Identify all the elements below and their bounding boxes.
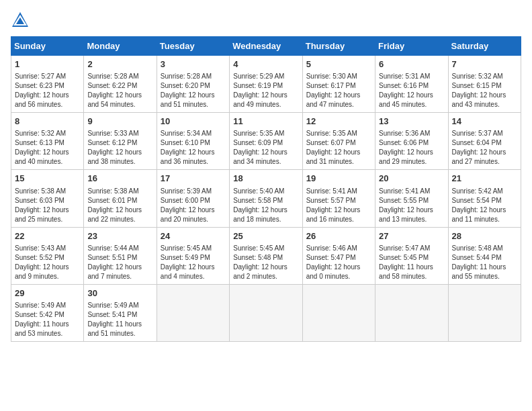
- calendar-day-cell: 24Sunrise: 5:45 AMSunset: 5:49 PMDayligh…: [157, 227, 229, 284]
- day-info: Sunrise: 5:48 AMSunset: 5:44 PMDaylight:…: [452, 244, 506, 280]
- day-info: Sunrise: 5:32 AMSunset: 6:15 PMDaylight:…: [452, 73, 506, 108]
- calendar-day-cell: 17Sunrise: 5:39 AMSunset: 6:00 PMDayligh…: [157, 170, 229, 227]
- calendar-day-cell: 28Sunrise: 5:48 AMSunset: 5:44 PMDayligh…: [448, 227, 521, 284]
- day-number: 25: [233, 230, 298, 242]
- day-info: Sunrise: 5:45 AMSunset: 5:49 PMDaylight:…: [161, 244, 215, 280]
- day-number: 29: [15, 287, 80, 300]
- calendar-day-cell: 10Sunrise: 5:34 AMSunset: 6:10 PMDayligh…: [157, 113, 229, 170]
- day-number: 13: [379, 116, 444, 128]
- calendar-day-cell: [375, 284, 448, 341]
- calendar-day-cell: 20Sunrise: 5:41 AMSunset: 5:55 PMDayligh…: [375, 170, 448, 227]
- calendar-day-cell: 11Sunrise: 5:35 AMSunset: 6:09 PMDayligh…: [230, 113, 302, 170]
- day-number: 2: [87, 58, 152, 71]
- calendar-day-cell: 2Sunrise: 5:28 AMSunset: 6:22 PMDaylight…: [84, 56, 157, 113]
- calendar-week-row: 15Sunrise: 5:38 AMSunset: 6:03 PMDayligh…: [11, 170, 521, 227]
- day-number: 3: [161, 58, 226, 71]
- calendar-day-cell: [448, 284, 521, 341]
- calendar-week-row: 22Sunrise: 5:43 AMSunset: 5:52 PMDayligh…: [11, 227, 521, 284]
- calendar-day-cell: 7Sunrise: 5:32 AMSunset: 6:15 PMDaylight…: [448, 56, 521, 113]
- calendar-day-cell: 30Sunrise: 5:49 AMSunset: 5:41 PMDayligh…: [84, 284, 157, 341]
- day-number: 24: [161, 230, 226, 242]
- day-number: 6: [379, 58, 444, 71]
- column-header-saturday: Saturday: [448, 37, 521, 56]
- day-info: Sunrise: 5:28 AMSunset: 6:22 PMDaylight:…: [87, 73, 142, 108]
- day-number: 17: [161, 173, 226, 185]
- calendar-day-cell: 16Sunrise: 5:38 AMSunset: 6:01 PMDayligh…: [84, 170, 157, 227]
- calendar-day-cell: 27Sunrise: 5:47 AMSunset: 5:45 PMDayligh…: [375, 227, 448, 284]
- day-info: Sunrise: 5:28 AMSunset: 6:20 PMDaylight:…: [161, 73, 215, 108]
- day-info: Sunrise: 5:27 AMSunset: 6:23 PMDaylight:…: [15, 73, 69, 108]
- day-info: Sunrise: 5:31 AMSunset: 6:16 PMDaylight:…: [379, 73, 433, 108]
- day-info: Sunrise: 5:46 AMSunset: 5:47 PMDaylight:…: [306, 244, 361, 280]
- column-header-sunday: Sunday: [11, 37, 84, 56]
- calendar-day-cell: [230, 284, 302, 341]
- day-info: Sunrise: 5:38 AMSunset: 6:03 PMDaylight:…: [15, 187, 69, 223]
- calendar-day-cell: [157, 284, 229, 341]
- day-info: Sunrise: 5:45 AMSunset: 5:48 PMDaylight:…: [233, 244, 287, 280]
- calendar-day-cell: 3Sunrise: 5:28 AMSunset: 6:20 PMDaylight…: [157, 56, 229, 113]
- day-info: Sunrise: 5:32 AMSunset: 6:13 PMDaylight:…: [15, 130, 69, 165]
- logo: [11, 11, 32, 30]
- day-number: 7: [452, 58, 517, 71]
- day-number: 16: [87, 173, 152, 185]
- day-info: Sunrise: 5:42 AMSunset: 5:54 PMDaylight:…: [452, 187, 506, 223]
- calendar-table: SundayMondayTuesdayWednesdayThursdayFrid…: [11, 36, 521, 342]
- day-info: Sunrise: 5:37 AMSunset: 6:04 PMDaylight:…: [452, 130, 506, 165]
- calendar-day-cell: 15Sunrise: 5:38 AMSunset: 6:03 PMDayligh…: [11, 170, 84, 227]
- day-number: 22: [15, 230, 80, 242]
- day-info: Sunrise: 5:29 AMSunset: 6:19 PMDaylight:…: [233, 73, 287, 108]
- calendar-day-cell: 5Sunrise: 5:30 AMSunset: 6:17 PMDaylight…: [302, 56, 375, 113]
- page-header: [11, 11, 521, 30]
- day-number: 27: [379, 230, 444, 242]
- day-info: Sunrise: 5:47 AMSunset: 5:45 PMDaylight:…: [379, 244, 433, 280]
- day-info: Sunrise: 5:49 AMSunset: 5:42 PMDaylight:…: [15, 302, 69, 337]
- day-number: 1: [15, 58, 80, 71]
- calendar-day-cell: 25Sunrise: 5:45 AMSunset: 5:48 PMDayligh…: [230, 227, 302, 284]
- day-number: 8: [15, 116, 80, 128]
- day-number: 9: [87, 116, 152, 128]
- day-number: 21: [452, 173, 517, 185]
- day-info: Sunrise: 5:41 AMSunset: 5:55 PMDaylight:…: [379, 187, 433, 223]
- calendar-week-row: 1Sunrise: 5:27 AMSunset: 6:23 PMDaylight…: [11, 56, 521, 113]
- column-header-tuesday: Tuesday: [157, 37, 229, 56]
- calendar-day-cell: [302, 284, 375, 341]
- calendar-day-cell: 21Sunrise: 5:42 AMSunset: 5:54 PMDayligh…: [448, 170, 521, 227]
- day-number: 15: [15, 173, 80, 185]
- day-info: Sunrise: 5:36 AMSunset: 6:06 PMDaylight:…: [379, 130, 433, 165]
- day-number: 23: [87, 230, 152, 242]
- calendar-week-row: 8Sunrise: 5:32 AMSunset: 6:13 PMDaylight…: [11, 113, 521, 170]
- column-header-friday: Friday: [375, 37, 448, 56]
- day-info: Sunrise: 5:35 AMSunset: 6:07 PMDaylight:…: [306, 130, 361, 165]
- day-number: 5: [306, 58, 371, 71]
- day-number: 19: [306, 173, 371, 185]
- day-info: Sunrise: 5:35 AMSunset: 6:09 PMDaylight:…: [233, 130, 287, 165]
- calendar-header-row: SundayMondayTuesdayWednesdayThursdayFrid…: [11, 37, 521, 56]
- day-info: Sunrise: 5:34 AMSunset: 6:10 PMDaylight:…: [161, 130, 215, 165]
- day-info: Sunrise: 5:49 AMSunset: 5:41 PMDaylight:…: [87, 302, 142, 337]
- calendar-day-cell: 8Sunrise: 5:32 AMSunset: 6:13 PMDaylight…: [11, 113, 84, 170]
- day-info: Sunrise: 5:38 AMSunset: 6:01 PMDaylight:…: [87, 187, 142, 223]
- day-info: Sunrise: 5:41 AMSunset: 5:57 PMDaylight:…: [306, 187, 361, 223]
- day-number: 20: [379, 173, 444, 185]
- day-number: 28: [452, 230, 517, 242]
- day-info: Sunrise: 5:33 AMSunset: 6:12 PMDaylight:…: [87, 130, 142, 165]
- calendar-day-cell: 22Sunrise: 5:43 AMSunset: 5:52 PMDayligh…: [11, 227, 84, 284]
- calendar-day-cell: 23Sunrise: 5:44 AMSunset: 5:51 PMDayligh…: [84, 227, 157, 284]
- calendar-week-row: 29Sunrise: 5:49 AMSunset: 5:42 PMDayligh…: [11, 284, 521, 341]
- calendar-day-cell: 18Sunrise: 5:40 AMSunset: 5:58 PMDayligh…: [230, 170, 302, 227]
- day-number: 14: [452, 116, 517, 128]
- calendar-day-cell: 14Sunrise: 5:37 AMSunset: 6:04 PMDayligh…: [448, 113, 521, 170]
- day-info: Sunrise: 5:43 AMSunset: 5:52 PMDaylight:…: [15, 244, 69, 280]
- calendar-day-cell: 19Sunrise: 5:41 AMSunset: 5:57 PMDayligh…: [302, 170, 375, 227]
- calendar-day-cell: 4Sunrise: 5:29 AMSunset: 6:19 PMDaylight…: [230, 56, 302, 113]
- calendar-day-cell: 1Sunrise: 5:27 AMSunset: 6:23 PMDaylight…: [11, 56, 84, 113]
- calendar-day-cell: 6Sunrise: 5:31 AMSunset: 6:16 PMDaylight…: [375, 56, 448, 113]
- calendar-day-cell: 26Sunrise: 5:46 AMSunset: 5:47 PMDayligh…: [302, 227, 375, 284]
- day-info: Sunrise: 5:39 AMSunset: 6:00 PMDaylight:…: [161, 187, 215, 223]
- calendar-day-cell: 9Sunrise: 5:33 AMSunset: 6:12 PMDaylight…: [84, 113, 157, 170]
- day-info: Sunrise: 5:30 AMSunset: 6:17 PMDaylight:…: [306, 73, 361, 108]
- logo-icon: [11, 11, 30, 30]
- day-number: 11: [233, 116, 298, 128]
- day-number: 30: [87, 287, 152, 300]
- column-header-thursday: Thursday: [302, 37, 375, 56]
